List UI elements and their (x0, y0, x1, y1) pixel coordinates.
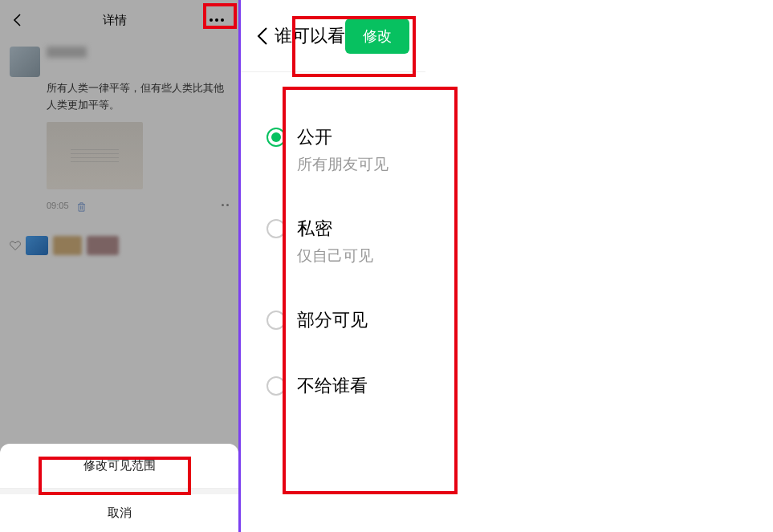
radio-icon (266, 376, 286, 396)
details-screen: 详情 所有人类一律平等，但有些人类比其他人类更加平等。 09:05 (0, 0, 241, 532)
cancel-action[interactable]: 取消 (0, 489, 238, 532)
liker-avatar[interactable] (53, 236, 82, 255)
option-title: 部分可见 (297, 308, 368, 332)
option-exclude[interactable]: 不给谁看 (262, 353, 405, 419)
option-title: 不给谁看 (297, 374, 368, 398)
option-title: 公开 (297, 125, 389, 149)
radio-icon (266, 311, 286, 330)
post-more-button[interactable] (222, 204, 229, 206)
timestamp: 09:05 (47, 201, 69, 210)
liker-avatar[interactable] (87, 236, 119, 255)
option-public[interactable]: 公开 所有朋友可见 (262, 104, 405, 196)
post-text: 所有人类一律平等，但有些人类比其他人类更加平等。 (47, 80, 229, 114)
more-button[interactable] (205, 12, 229, 28)
option-subtitle: 仅自己可见 (297, 246, 373, 266)
likes-row (0, 229, 238, 262)
option-partial[interactable]: 部分可见 (262, 287, 405, 353)
option-title: 私密 (297, 217, 373, 241)
option-private[interactable]: 私密 仅自己可见 (262, 196, 405, 287)
back-button[interactable] (257, 27, 275, 45)
chevron-left-icon (13, 14, 21, 26)
back-button[interactable] (10, 13, 24, 27)
details-header: 详情 (0, 0, 238, 40)
post-content: 所有人类一律平等，但有些人类比其他人类更加平等。 09:05 (0, 40, 238, 215)
privacy-header: 谁可以看 修改 (241, 0, 425, 72)
avatar (10, 47, 40, 77)
post-image[interactable] (47, 122, 143, 189)
visibility-options: 公开 所有朋友可见 私密 仅自己可见 部 (241, 72, 425, 451)
option-subtitle: 所有朋友可见 (297, 154, 389, 175)
radio-selected-icon (266, 128, 286, 147)
trash-icon (77, 202, 86, 212)
action-sheet: 修改可见范围 取消 (0, 444, 238, 532)
page-title: 详情 (103, 13, 127, 28)
privacy-screen: 谁可以看 修改 公开 所有朋友可见 私密 (241, 0, 425, 532)
radio-icon (266, 219, 286, 238)
heart-icon (10, 240, 21, 251)
delete-button[interactable] (77, 201, 86, 210)
dots-icon (210, 18, 213, 22)
liker-avatar[interactable] (26, 236, 48, 255)
page-title: 谁可以看 (275, 24, 345, 48)
chevron-left-icon (257, 27, 267, 45)
modify-visibility-action[interactable]: 修改可见范围 (0, 444, 238, 489)
modify-button[interactable]: 修改 (345, 18, 409, 54)
blurred-name (47, 47, 87, 58)
